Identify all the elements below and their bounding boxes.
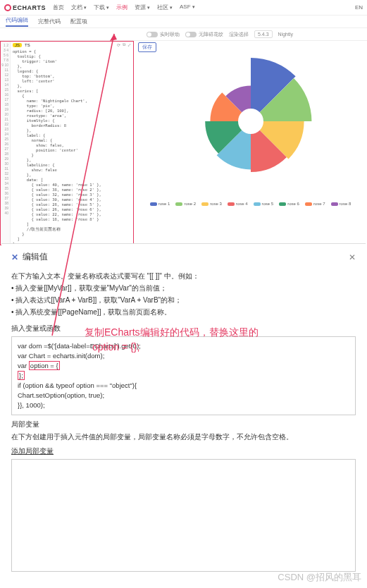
top-bar: ECHARTS 首页 文档 下载 示例 资源 社区 ASF EN [0,0,367,16]
legend-item[interactable]: rose 2 [175,202,196,206]
tab-full-code[interactable]: 完整代码 [38,18,61,25]
save-button[interactable]: 保存 [138,42,156,52]
legend-item[interactable]: rose 5 [254,202,274,206]
label-render: 渲染选择 [229,31,249,38]
rose-chart [137,51,364,192]
tab-ts[interactable]: TS [25,43,30,47]
legend-item[interactable]: rose 7 [305,202,325,206]
select-version[interactable]: 5.4.3 [254,30,273,38]
code-input[interactable]: var dom =$('[data-label=ECharts]').get(0… [11,336,356,415]
legend-item[interactable]: rose 8 [331,202,352,206]
code-area[interactable]: option = { tooltip: { trigger: 'item' },… [11,48,133,245]
editor-toolbar: ⟳ ⧉ ⤢ [117,42,131,47]
sub-tabs: 代码编辑 完整代码 配置项 [0,16,367,28]
legend-item[interactable]: rose 3 [201,202,222,206]
copy-icon[interactable]: ⧉ [123,42,125,47]
nav-community[interactable]: 社区 [157,4,173,11]
chart-legend: rose 1rose 2rose 3rose 4rose 5rose 6rose… [137,202,364,206]
main-nav: 首页 文档 下载 示例 资源 社区 ASF [53,4,195,11]
line-gutter: 1 2 3 4 5 6 7 8 9 10 11 12 13 14 15 16 1… [1,42,11,245]
legend-item[interactable]: rose 4 [228,202,248,206]
edit-value-dialog: ✕ 编辑值 ✕ 在下方输入文本。变量名称或表达式要写在 "[[ ]]" 中。例如… [1,243,366,587]
toggle-interval[interactable]: 实时联动 [147,31,180,38]
nav-resources[interactable]: 资源 [135,4,150,11]
nav-home[interactable]: 首页 [53,4,64,11]
lang-switch[interactable]: EN [355,4,363,11]
watermark: CSDN @招风的黑耳 [278,571,361,584]
dialog-title: 编辑值 [23,251,48,263]
dialog-header: ✕ 编辑值 ✕ [11,251,356,263]
chart-preview: 保存 rose 1rose 2rose 3rose 4rose 5rose 6r… [134,41,367,245]
tab-code-edit[interactable]: 代码编辑 [6,16,28,27]
logo-text: ECHARTS [13,4,46,11]
nav-examples[interactable]: 示例 [116,4,127,11]
local-var-box[interactable] [11,459,356,572]
label-channel: Nightly [278,32,293,37]
dialog-icon: ✕ [11,252,18,262]
editor-head: JS TS ⟳ ⧉ ⤢ [11,42,133,48]
code-editor[interactable]: 1 2 3 4 5 6 7 8 9 10 11 12 13 14 15 16 1… [0,41,134,245]
add-local-var-link[interactable]: 添加局部变量 [11,446,356,456]
label-local-var: 局部变量 [11,419,356,429]
dialog-intro: 在下方输入文本。变量名称或表达式要写在 "[[ ]]" 中。例如：• 插入变量[… [11,270,356,318]
close-icon[interactable]: ✕ [349,252,356,262]
nav-asf[interactable]: ASF [180,4,195,11]
tab-options[interactable]: 配置项 [70,18,87,25]
logo-icon [4,4,11,11]
workspace: 1 2 3 4 5 6 7 8 9 10 11 12 13 14 15 16 1… [0,41,367,245]
label-insert-var: 插入变量或函数 [11,324,356,333]
local-var-desc: 在下方创建用于插入元件值的局部变量，局部变量名称必须是字母数字，不允许包含空格。 [11,432,356,442]
tab-js[interactable]: JS [13,43,22,47]
nav-docs[interactable]: 文档 [71,4,87,11]
toggle-decal[interactable]: 无障碍花纹 [185,31,223,38]
expand-icon[interactable]: ⤢ [127,42,131,47]
refresh-icon[interactable]: ⟳ [117,42,120,47]
logo[interactable]: ECHARTS [4,4,46,11]
legend-item[interactable]: rose 6 [279,202,299,206]
nav-download[interactable]: 下载 [94,4,109,11]
legend-item[interactable]: rose 1 [150,202,170,206]
option-bar: 实时联动 无障碍花纹 渲染选择 5.4.3 Nightly [0,28,367,41]
